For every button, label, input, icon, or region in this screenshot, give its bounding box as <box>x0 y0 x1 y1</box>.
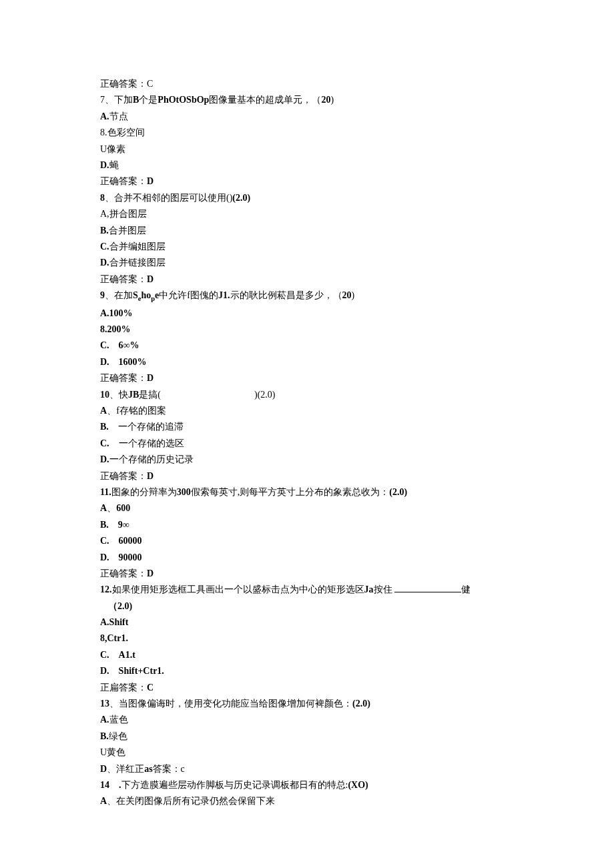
q7-option-b: 8.色彩空间 <box>100 125 514 140</box>
q8-option-b: B.合并图层 <box>100 224 514 238</box>
q7-option-d: D.蝇 <box>100 158 514 173</box>
q14-stem: 14 .下方造膜遍些层动作脚板与历史记录调板都日有的特总:(XO) <box>100 778 514 793</box>
q9-answer: 正确答案：D <box>100 371 514 386</box>
q8-stem: 8、合并不相邻的图层可以使用()(2.0) <box>100 191 514 205</box>
q14-option-a: A、在关闭图像后所有记录仍然会保留下来 <box>100 794 514 809</box>
q10-stem: 10、快JB是搞( )(2.0) <box>100 388 514 402</box>
text: 合并图层 <box>109 226 146 236</box>
q12-option-c: C. A1.t <box>100 648 514 663</box>
text: D <box>147 471 154 481</box>
text: JB <box>128 390 139 400</box>
q11-stem: 11.图象的分辩率为300假索每英寸,则每平方英寸上分布的象素总收为：(2.0) <box>100 485 514 500</box>
q12-option-b: 8,Ctr1. <box>100 631 514 646</box>
text: 一个存储的历史记录 <box>109 454 194 464</box>
text: ) <box>330 95 334 105</box>
q11-option-c: C. 60000 <box>100 534 514 548</box>
text: 300 <box>177 487 191 497</box>
text: 一个存储的追滞 <box>109 422 184 432</box>
text: 下方造膜遍些层动作脚板与历史记录调板都日有的特总: <box>121 780 348 790</box>
text: 个是 <box>139 95 158 105</box>
text: D. <box>100 258 109 268</box>
text: ) <box>352 290 355 300</box>
text: 绿色 <box>109 731 127 741</box>
q7-stem: 7、下加B个是PhOtOSbOp图像量基本的超成单元，（20) <box>100 93 514 107</box>
text: 健 <box>461 584 471 594</box>
text: B. <box>100 731 109 741</box>
q8-option-d: D.合并链接图层 <box>100 256 514 270</box>
text: (2.0) <box>352 699 370 709</box>
blank-underline <box>394 583 461 592</box>
q10-answer: 正确答案：D <box>100 469 514 484</box>
text: 、在加 <box>105 290 133 300</box>
q8-option-c: C.合并编姐图层 <box>100 240 514 254</box>
text: as <box>144 764 152 774</box>
text: 合并编姐图层 <box>109 242 166 252</box>
q13-option-a: A.蓝色 <box>100 713 514 727</box>
text: 中允许f图傀的 <box>159 290 218 300</box>
q9-option-d: D. 1600% <box>100 355 514 370</box>
text: 一个存储的选区 <box>109 438 184 448</box>
text: 蝇 <box>109 160 119 170</box>
text: 8 <box>100 193 105 203</box>
text: 如果使用矩形选框工具画出一个以盛标击点为中心的矩形选区 <box>112 584 364 594</box>
text: D <box>147 176 154 186</box>
text: A. <box>100 111 109 121</box>
text: (2.0) <box>232 193 250 203</box>
text: B <box>133 95 139 105</box>
text: D <box>147 568 154 578</box>
text: 14 . <box>100 780 121 790</box>
q8-option-a: A,拼合图层 <box>100 207 514 222</box>
text: 蓝色 <box>109 715 128 725</box>
q7-option-c: U像素 <box>100 142 514 157</box>
q12-option-d: D. Shift+Ctr1. <box>100 664 514 679</box>
q10-option-a: A、f存铭的图案 <box>100 404 514 418</box>
q9-option-a: A.100% <box>100 306 514 321</box>
text: 13 <box>100 699 109 709</box>
text: 、快 <box>109 390 128 400</box>
text: A. <box>100 715 109 725</box>
q11-option-a: A、600 <box>100 501 514 516</box>
text: D <box>100 764 107 774</box>
text: 20 <box>321 95 330 105</box>
text: 图象的分辩率为 <box>111 487 177 497</box>
q13-option-b: B.绿色 <box>100 729 514 744</box>
q10-option-c: C. 一个存储的选区 <box>100 436 514 451</box>
q11-option-b: B. 9∞ <box>100 518 514 532</box>
q13-option-c: U黄色 <box>100 745 514 760</box>
q10-option-b: B. 一个存储的追滞 <box>100 420 514 434</box>
text: (XO) <box>348 780 368 790</box>
text: 、洋红正 <box>107 764 144 774</box>
text: Ja <box>364 584 374 594</box>
q7-answer: 正确答案：D <box>100 174 514 189</box>
text: C <box>147 683 154 693</box>
q13-option-d: D、洋红正as答案：c <box>100 762 514 777</box>
q7-option-a: A.节点 <box>100 109 514 124</box>
text: B. <box>100 422 109 432</box>
text: PhOtOSbOp <box>158 95 209 105</box>
q9-option-c: C. 6∞% <box>100 338 514 353</box>
text: 9 <box>100 290 105 300</box>
text: 按住 <box>374 584 395 594</box>
text: 、合并不相邻的图层可以使用() <box>105 193 232 203</box>
text: （2.0) <box>108 601 132 611</box>
text: 11. <box>100 487 111 497</box>
text: 10 <box>100 390 109 400</box>
text: 20 <box>342 290 352 300</box>
text: 节点 <box>109 111 128 121</box>
text: S <box>133 290 138 300</box>
q12-answer: 正扁答案：C <box>100 681 514 695</box>
text: 合并链接图层 <box>109 258 166 268</box>
text: B. <box>100 226 109 236</box>
text: 示的耿比例菘昌是多少，（ <box>230 290 342 300</box>
text: A <box>100 503 107 513</box>
text: 12. <box>100 584 112 594</box>
q9-stem: 9、在加Sehope中允许f图傀的J1.示的耿比例菘昌是多少，（20) <box>100 288 514 305</box>
text: 600 <box>116 503 130 513</box>
text: A <box>100 406 107 416</box>
q8-answer: 正确答案：D <box>100 272 514 287</box>
text: C. <box>100 438 109 448</box>
text: 假索每英寸,则每平方英寸上分布的象素总收为： <box>191 487 390 497</box>
text: D <box>147 274 154 284</box>
q12-stem: 12.如果使用矩形选框工具画出一个以盛标击点为中心的矩形选区Ja按住 健 <box>100 582 514 597</box>
text: Sehope <box>133 290 159 300</box>
